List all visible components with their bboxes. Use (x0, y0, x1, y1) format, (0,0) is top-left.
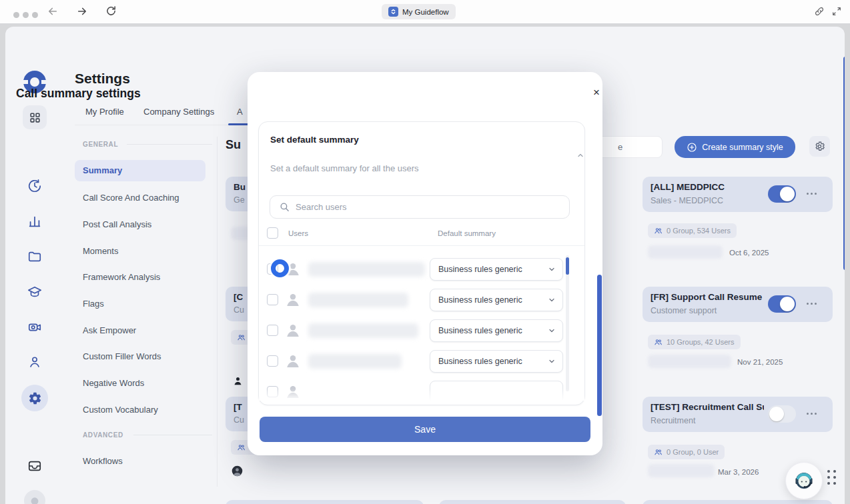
summary-card-medium-length[interactable]: Medium-Length Recruitmen... (643, 500, 833, 504)
dropdown-value: Business rules generic (438, 357, 548, 366)
inbox-icon[interactable] (27, 459, 42, 473)
summary-card-fr-support[interactable]: [FR] Support Call Resume Customer suppor… (643, 287, 833, 322)
dropdown-value: Business rules generic (438, 326, 548, 335)
sidebar-item-workflows[interactable]: Workflows (83, 456, 123, 466)
user-avatar (286, 323, 300, 340)
users-list: Business rules generic Business rules ge… (259, 254, 584, 401)
redacted-user-name (308, 293, 408, 307)
chevron-down-icon (548, 265, 556, 273)
groups-users-chip: 0 Group, 534 Users (648, 223, 737, 238)
user-checkbox[interactable] (267, 325, 278, 336)
window-controls[interactable] (13, 9, 41, 21)
summary-settings-gear-icon[interactable] (809, 136, 830, 157)
close-icon[interactable]: × (590, 86, 603, 99)
page-scrollbar[interactable] (843, 57, 845, 270)
sidebar-item-custom-filler-words[interactable]: Custom Filler Words (83, 351, 161, 361)
nav-section-general: GENERAL (83, 141, 118, 148)
more-options-button[interactable] (807, 413, 817, 415)
sidebar-item-negative-words[interactable]: Negative Words (83, 378, 144, 388)
summary-card-amarjeet-test[interactable]: Amarjeet test (439, 500, 626, 504)
user-avatar (286, 353, 300, 371)
sidebar-item-post-call-analysis[interactable]: Post Call Analysis (83, 219, 151, 229)
analytics-icon[interactable] (27, 214, 42, 229)
folder-icon[interactable] (27, 249, 42, 264)
share-link-icon[interactable] (814, 6, 825, 19)
sidebar-item-summary[interactable]: Summary (75, 160, 205, 181)
search-icon (279, 201, 290, 215)
summary-card-test-recruitment[interactable]: [TEST] Recruitment Call Su... (226, 500, 424, 504)
card-toggle[interactable] (768, 185, 796, 203)
sidebar-item-custom-vocabulary[interactable]: Custom Vocabulary (83, 405, 158, 415)
default-summary-dropdown[interactable]: Business rules generic (430, 289, 563, 311)
list-scrollbar-track[interactable] (566, 255, 569, 391)
history-icon[interactable] (27, 179, 42, 193)
default-summary-dropdown[interactable]: Business rules generic (430, 319, 563, 342)
card-subtitle: Ge (234, 195, 245, 205)
sidebar-item-flags[interactable]: Flags (83, 299, 104, 309)
refresh-icon[interactable] (105, 5, 117, 17)
summary-card-meddpicc[interactable]: [ALL] MEDDPICC Sales - MEDDPICC (643, 177, 833, 212)
forward-icon[interactable] (76, 5, 88, 17)
chevron-up-icon[interactable] (576, 150, 584, 162)
sidebar-item-ask-empower[interactable]: Ask Empower (83, 325, 136, 335)
tab-my-profile[interactable]: My Profile (85, 107, 124, 117)
user-search-field[interactable] (270, 195, 570, 219)
expand-icon[interactable] (831, 6, 842, 19)
camera-icon[interactable] (27, 320, 42, 335)
chatbot-widget-button[interactable] (785, 462, 823, 499)
button-label: Create summary style (702, 143, 783, 152)
sidebar-item-moments[interactable]: Moments (83, 246, 118, 256)
user-row: Business rules generic (259, 315, 584, 346)
user-checkbox[interactable] (267, 294, 278, 305)
create-summary-style-button[interactable]: Create summary style (675, 136, 795, 158)
button-label: Save (414, 424, 436, 435)
user-row: Business rules generic (259, 254, 584, 285)
column-header-users: Users (288, 229, 308, 237)
groups-users-chip: 0 Group, 0 User (648, 445, 725, 459)
card-subtitle: Cu (234, 415, 244, 425)
tab-company-settings[interactable]: Company Settings (143, 107, 214, 117)
back-icon[interactable] (47, 5, 59, 17)
select-all-checkbox[interactable] (267, 227, 278, 239)
tab-title: My Guideflow (402, 8, 449, 16)
list-fade (259, 389, 584, 401)
tab-ai-settings-partial[interactable]: A (237, 107, 243, 117)
default-summary-dropdown[interactable]: Business rules generic (430, 258, 563, 281)
apps-grid-icon[interactable] (23, 105, 47, 129)
card-subtitle: Recruitment (651, 416, 695, 425)
nav-section-advanced: ADVANCED (83, 431, 123, 439)
search-users-input[interactable] (296, 197, 562, 217)
dropdown-value: Business rules generic (438, 295, 548, 305)
set-default-summary-card: Set default summary Set a default summar… (258, 121, 585, 405)
section-title: Set default summary (270, 135, 359, 145)
more-options-button[interactable] (807, 193, 817, 195)
summary-card-recruitment[interactable]: [TEST] Recruitment Call Su... Recruitmen… (643, 397, 833, 432)
sidebar-item-framework-analysis[interactable]: Framework Analysis (83, 272, 160, 282)
card-date: Oct 6, 2025 (729, 249, 769, 257)
sidebar-item-call-score[interactable]: Call Score And Coaching (83, 193, 179, 203)
contacts-icon[interactable] (27, 355, 42, 369)
redacted-text (648, 355, 731, 368)
modal-scroll-indicator[interactable] (597, 275, 602, 416)
card-date: Nov 21, 2025 (737, 358, 783, 366)
summary-search-input[interactable]: e (592, 136, 663, 158)
user-avatar[interactable] (24, 490, 45, 504)
browser-tab[interactable]: My Guideflow (382, 4, 456, 19)
training-icon[interactable] (27, 285, 42, 299)
card-title: [ALL] MEDDPICC (651, 182, 764, 192)
save-button[interactable]: Save (260, 417, 590, 442)
column-header-default-summary: Default summary (438, 229, 496, 237)
drag-handle-dots[interactable] (827, 470, 836, 485)
chip-label: 0 Group, 534 Users (667, 227, 731, 235)
user-checkbox[interactable] (267, 355, 278, 367)
more-options-button[interactable] (807, 303, 817, 305)
default-summary-dropdown[interactable]: Business rules generic (430, 350, 563, 373)
card-title: [TEST] Recruitment Call Su... (651, 402, 764, 412)
settings-gear-icon[interactable] (21, 385, 48, 411)
page-title: Settings (75, 71, 130, 87)
list-scrollbar-thumb[interactable] (566, 257, 569, 275)
card-title: [T (234, 402, 242, 412)
card-toggle[interactable] (768, 295, 796, 313)
card-toggle[interactable] (768, 405, 796, 423)
browser-toolbar: My Guideflow (0, 0, 850, 23)
